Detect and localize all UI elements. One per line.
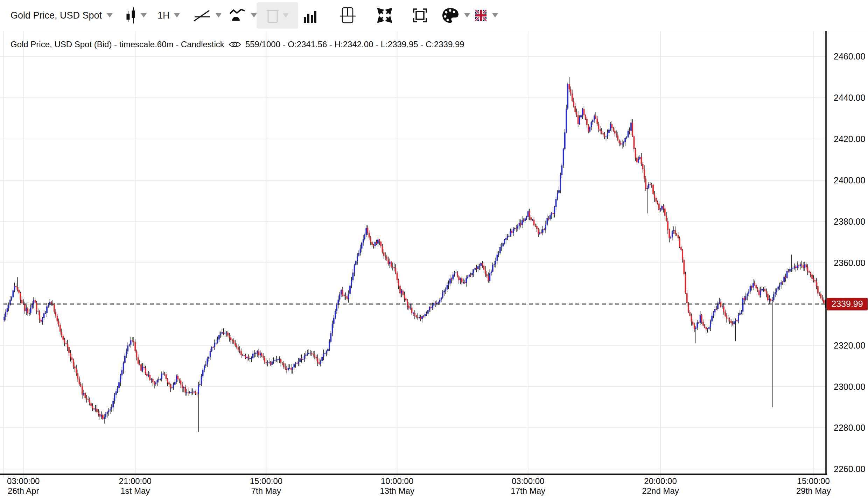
y-axis-label: 2300.00 bbox=[834, 381, 865, 392]
chart-type-dropdown[interactable] bbox=[125, 0, 147, 31]
expand-chart-button[interactable] bbox=[377, 0, 392, 31]
chevron-down-icon bbox=[283, 13, 289, 17]
candlestick-icon bbox=[125, 7, 136, 23]
chevron-down-icon bbox=[141, 13, 147, 17]
y-axis-label: 2320.00 bbox=[834, 340, 865, 350]
y-axis-label: 2260.00 bbox=[834, 464, 865, 474]
chevron-down-icon bbox=[107, 13, 113, 17]
toolbar: Gold Price, USD Spot 1H bbox=[0, 0, 868, 31]
x-axis-label: 15:00:0029th May bbox=[796, 476, 831, 496]
chevron-down-icon bbox=[216, 13, 222, 17]
uk-flag-icon bbox=[475, 10, 486, 21]
last-price-value: 2339.99 bbox=[831, 299, 863, 309]
y-axis-label: 2360.00 bbox=[834, 258, 865, 268]
y-axis-label: 2420.00 bbox=[834, 134, 865, 144]
x-axis-label: 20:00:0022nd May bbox=[642, 476, 679, 496]
y-axis-label: 2460.00 bbox=[834, 51, 865, 62]
trading-chart-app: Gold Price, USD Spot 1H bbox=[0, 0, 868, 498]
chevron-down-icon bbox=[492, 13, 498, 17]
chevron-down-icon bbox=[174, 13, 180, 17]
palette-icon bbox=[442, 7, 459, 23]
y-axis-label: 2380.00 bbox=[834, 217, 865, 227]
last-price-marker: 2339.99 bbox=[827, 298, 868, 310]
trendline-tool-dropdown[interactable] bbox=[193, 0, 222, 31]
trendline-icon bbox=[193, 8, 211, 22]
chevron-down-icon bbox=[251, 13, 257, 17]
indicators-dropdown[interactable] bbox=[229, 0, 257, 31]
symbol-label: Gold Price, USD Spot bbox=[10, 10, 102, 21]
grid-settings-button[interactable] bbox=[340, 0, 356, 31]
grid-crosshair-icon bbox=[340, 7, 356, 24]
timeframe-dropdown[interactable]: 1H bbox=[158, 0, 180, 31]
indicators-icon bbox=[229, 8, 246, 23]
delete-drawings-button[interactable] bbox=[257, 2, 298, 29]
candles-layer bbox=[4, 77, 826, 432]
x-axis-label: 21:00:001st May bbox=[119, 476, 152, 496]
chevron-down-icon bbox=[464, 13, 470, 17]
ohlc-readout: 559/1000 - O:2341.56 - H:2342.00 - L:233… bbox=[245, 40, 464, 49]
chart-legend-row: Gold Price, USD Spot (Bid) - timescale.6… bbox=[10, 40, 464, 49]
gridlines bbox=[0, 31, 826, 478]
y-axis-label: 2280.00 bbox=[834, 423, 865, 433]
theme-dropdown[interactable] bbox=[442, 0, 470, 31]
candlestick-chart-canvas[interactable] bbox=[0, 31, 868, 498]
x-axis-label: 03:00:0026th Apr bbox=[7, 476, 40, 496]
fullscreen-button[interactable] bbox=[413, 0, 427, 31]
chart-title: Gold Price, USD Spot (Bid) - timescale.6… bbox=[10, 40, 224, 49]
chart-area[interactable]: Gold Price, USD Spot (Bid) - timescale.6… bbox=[0, 31, 868, 498]
trash-icon bbox=[266, 7, 279, 24]
language-dropdown[interactable] bbox=[475, 0, 498, 31]
y-axis-label: 2400.00 bbox=[834, 175, 865, 185]
symbol-dropdown[interactable]: Gold Price, USD Spot bbox=[10, 0, 113, 31]
volume-toggle-button[interactable] bbox=[304, 0, 317, 31]
x-axis-label: 10:00:0013th May bbox=[380, 476, 414, 496]
frame-capture-icon bbox=[413, 8, 427, 22]
x-axis-label: 15:00:007th May bbox=[250, 476, 282, 496]
volume-bars-icon bbox=[304, 8, 317, 23]
y-axis-label: 2440.00 bbox=[834, 93, 865, 103]
timeframe-label: 1H bbox=[158, 10, 170, 21]
x-axis-label: 03:00:0017th May bbox=[511, 476, 545, 496]
expand-arrows-icon bbox=[377, 8, 392, 23]
eye-icon[interactable] bbox=[229, 40, 241, 49]
